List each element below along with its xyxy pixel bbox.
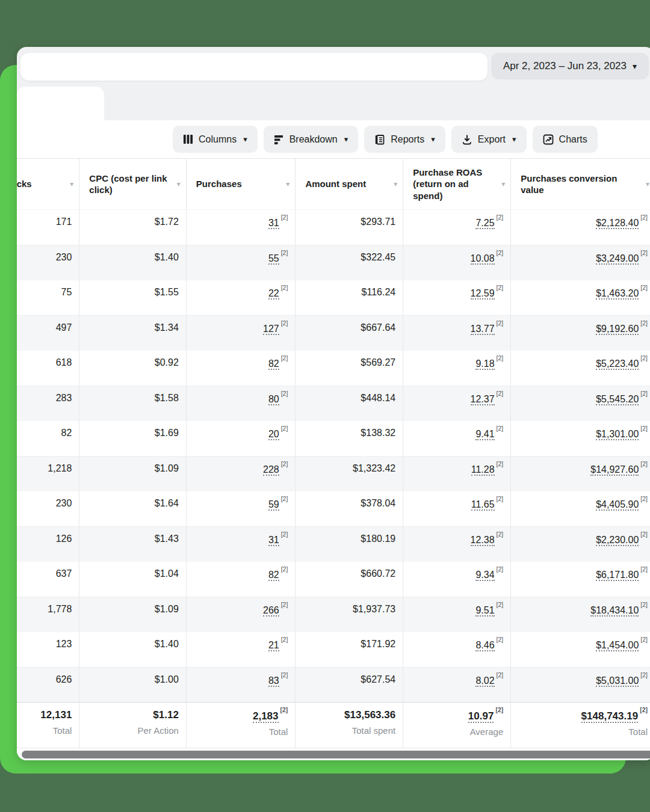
attributed-value[interactable]: 11.65 [471,499,495,511]
attributed-value[interactable]: 80 [268,394,279,405]
attributed-value[interactable]: $5,545.20 [596,394,639,405]
attributed-value[interactable]: 83 [268,675,279,687]
attributed-value[interactable]: 12.37 [471,394,495,405]
cell-cpc: $1.64 [79,491,186,526]
table-row: 283$1.5880[2]$448.1412.37[2]$5,545.20[2] [17,386,650,421]
cell-purchase-roas: 12.38[2] [403,526,511,562]
column-header-amount-spent[interactable]: Amount spent▾ [296,158,403,209]
attributed-value[interactable]: $148,743.19 [581,710,639,723]
attributed-value[interactable]: 9.51 [475,605,494,617]
attributed-value[interactable]: 12.38 [471,535,495,546]
attributed-value[interactable]: 31 [268,535,279,546]
cell-cpc: $1.09 [79,597,186,632]
breakdown-button-label: Breakdown [289,134,338,145]
attributed-value[interactable]: 82 [268,358,279,370]
cell-purchase-roas: 10.08[2] [403,245,511,280]
attributed-value[interactable]: $2,230.00 [596,535,639,546]
charts-button[interactable]: Charts [533,126,598,153]
attributed-value[interactable]: 266 [263,605,279,617]
column-header-purchases-conversion-value[interactable]: Purchases conversion value▾ [511,158,650,209]
date-range-label: Apr 2, 2023 – Jun 23, 2023 [503,60,627,72]
cell-purchases-conversion-value: $1,301.00[2] [511,420,650,456]
cell-purchases-conversion-value: $14,927.60[2] [511,456,650,491]
attributed-value[interactable]: 8.46 [475,640,494,651]
cell-purchases: 22[2] [187,280,296,315]
attributed-value[interactable]: 10.97 [468,710,494,723]
attributed-value[interactable]: $1,463.20 [596,288,639,300]
attributed-value[interactable]: 9.41 [475,429,494,440]
table-header-row: Link clicks▾CPC (cost per link click)▾Pu… [17,158,650,209]
date-range-picker[interactable]: Apr 2, 2023 – Jun 23, 2023 ▾ [491,53,649,79]
active-tab[interactable] [17,87,104,121]
table-row: 618$0.9282[2]$569.279.18[2]$5,223.40[2] [17,350,650,386]
footnote-marker: [2] [640,249,648,256]
attributed-value[interactable]: $6,171.80 [596,570,639,581]
total-value: $13,563.36 [302,709,395,721]
footnote-marker: [2] [281,636,288,643]
attributed-value[interactable]: 12.59 [471,288,495,300]
metrics-table: Link clicks▾CPC (cost per link click)▾Pu… [17,158,650,748]
attributed-value[interactable]: $2,128.40 [596,218,639,229]
attributed-value[interactable]: 228 [263,464,279,476]
cell-purchases-conversion-value: $5,223.40[2] [511,350,650,386]
attributed-value[interactable]: $5,223.40 [596,358,639,370]
cell-cpc: $1.72 [79,209,186,245]
total-value: 12,131 [17,709,72,721]
attributed-value[interactable]: 13.77 [471,324,495,335]
attributed-value[interactable]: 11.28 [471,464,495,476]
cell-purchases: 21[2] [187,632,296,667]
attributed-value[interactable]: $3,249.00 [596,253,639,265]
column-header-label: Purchase ROAS (return on ad spend) [413,167,482,200]
table-row: 230$1.6459[2]$378.0411.65[2]$4,405.90[2] [17,491,650,526]
export-button-label: Export [478,134,506,145]
footnote-marker: [2] [640,460,648,467]
footnote-marker: [2] [640,565,648,573]
attributed-value[interactable]: 9.34 [475,570,494,581]
footnote-marker: [2] [640,495,648,502]
chevron-down-icon: ▾ [633,62,637,70]
attributed-value[interactable]: 82 [268,570,279,581]
footnote-marker: [2] [497,495,504,502]
column-header-purchases[interactable]: Purchases▾ [187,158,296,209]
attributed-value[interactable]: $9,192.60 [596,324,639,335]
column-header-purchase-roas[interactable]: Purchase ROAS (return on ad spend)▾ [403,158,511,209]
column-header-link-clicks[interactable]: Link clicks▾ [17,158,79,209]
columns-button[interactable]: Columns ▾ [173,126,258,153]
attributed-value[interactable]: 22 [268,288,279,300]
attributed-value[interactable]: $4,405.90 [596,499,639,511]
breakdown-button[interactable]: Breakdown ▾ [264,126,359,153]
reports-button[interactable]: Reports ▾ [364,126,445,153]
attributed-value[interactable]: 2,183 [253,710,279,723]
cell-link-clicks: 497 [17,315,79,351]
attributed-value[interactable]: 9.18 [475,358,494,370]
table-row: 626$1.0083[2]$627.548.02[2]$5,031.00[2] [17,667,650,703]
attributed-value[interactable]: 21 [268,640,279,651]
attributed-value[interactable]: 8.02 [475,675,494,687]
attributed-value[interactable]: 20 [268,429,279,440]
cell-purchases: 20[2] [187,420,296,456]
ads-manager-card: Apr 2, 2023 – Jun 23, 2023 ▾ Columns ▾ B… [17,47,650,760]
table-row: 497$1.34127[2]$667.6413.77[2]$9,192.60[2… [17,315,650,351]
attributed-value[interactable]: $18,434.10 [590,605,639,617]
attributed-value[interactable]: $5,031.00 [596,675,639,687]
attributed-value[interactable]: 59 [268,499,279,511]
attributed-value[interactable]: 55 [268,253,279,265]
cell-purchases-conversion-value: $3,249.00[2] [511,245,650,280]
attributed-value[interactable]: 31 [268,218,279,229]
attributed-value[interactable]: $14,927.60 [590,464,639,476]
export-button[interactable]: Export ▾ [451,126,527,153]
cell-purchases-conversion-value: $4,405.90[2] [511,491,650,526]
attributed-value[interactable]: 127 [263,324,279,335]
breakdown-icon [274,134,284,144]
search-input[interactable] [20,53,488,81]
attributed-value[interactable]: $1,454.00 [596,640,639,651]
sort-caret-icon: ▾ [501,180,505,188]
horizontal-scrollbar[interactable] [22,751,650,758]
attributed-value[interactable]: 10.08 [471,253,495,265]
attributed-value[interactable]: 7.25 [475,218,494,229]
total-cell-purchase-roas: 10.97[2]Average [403,702,511,748]
column-header-cpc[interactable]: CPC (cost per link click)▾ [79,158,186,209]
attributed-value[interactable]: $1,301.00 [596,429,639,440]
cell-link-clicks: 230 [17,245,79,280]
table-row: 230$1.4055[2]$322.4510.08[2]$3,249.00[2] [17,245,650,280]
